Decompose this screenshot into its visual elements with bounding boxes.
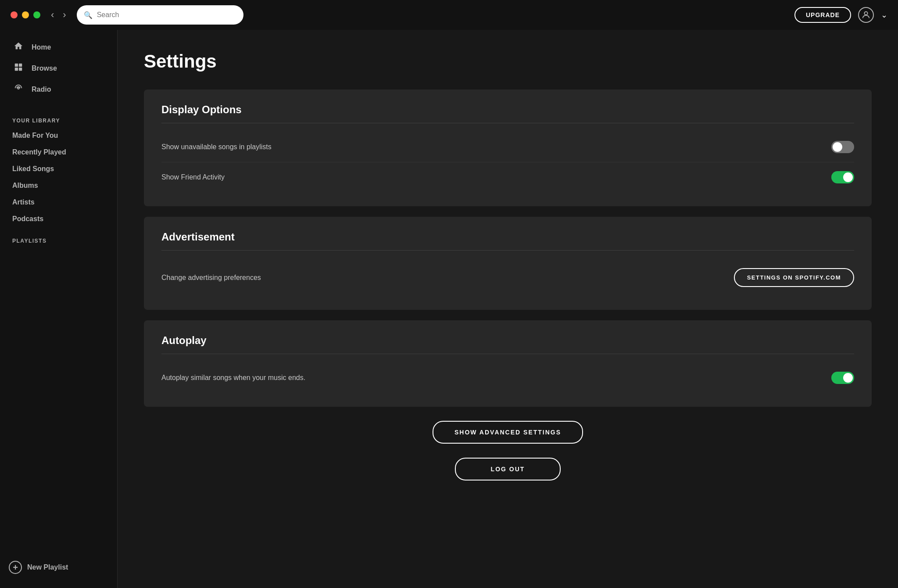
sidebar-item-albums[interactable]: Albums (0, 177, 117, 194)
show-unavailable-toggle[interactable] (831, 141, 854, 153)
new-playlist-label: New Playlist (27, 563, 68, 571)
sidebar-item-radio[interactable]: Radio (7, 79, 110, 100)
advertising-prefs-row: Change advertising preferences SETTINGS … (161, 259, 854, 296)
sidebar: Home Browse (0, 30, 118, 588)
logout-button[interactable]: LOG OUT (455, 458, 561, 480)
radio-icon (12, 83, 25, 96)
show-friend-activity-label: Show Friend Activity (161, 173, 225, 181)
forward-button[interactable]: › (61, 7, 68, 22)
browse-icon (12, 62, 25, 75)
dropdown-arrow-icon[interactable]: ⌄ (881, 10, 887, 20)
sidebar-item-made-for-you[interactable]: Made For You (0, 127, 117, 144)
sidebar-nav: Home Browse (0, 37, 117, 100)
advertisement-title: Advertisement (161, 231, 854, 251)
playlists-label: PLAYLISTS (0, 234, 117, 247)
search-bar: 🔍 (77, 5, 243, 25)
advertising-prefs-label: Change advertising preferences (161, 274, 261, 282)
back-button[interactable]: ‹ (49, 7, 56, 22)
minimize-button[interactable] (22, 11, 29, 18)
svg-rect-3 (15, 68, 18, 71)
titlebar: ‹ › 🔍 UPGRADE ⌄ (0, 0, 898, 30)
autoplay-title: Autoplay (161, 334, 854, 354)
show-friend-activity-toggle[interactable] (831, 171, 854, 183)
svg-rect-2 (19, 64, 22, 67)
svg-rect-1 (15, 64, 18, 67)
show-unavailable-label: Show unavailable songs in playlists (161, 143, 272, 151)
home-icon (12, 41, 25, 54)
show-unavailable-row: Show unavailable songs in playlists (161, 132, 854, 162)
traffic-lights (11, 11, 40, 18)
sidebar-item-podcasts[interactable]: Podcasts (0, 211, 117, 227)
sidebar-item-liked-songs[interactable]: Liked Songs (0, 161, 117, 177)
user-avatar[interactable] (858, 7, 874, 23)
toggle-thumb (833, 142, 842, 152)
autoplay-similar-toggle[interactable] (831, 372, 854, 384)
sidebar-item-recently-played[interactable]: Recently Played (0, 144, 117, 161)
advertisement-section: Advertisement Change advertising prefere… (144, 217, 872, 310)
search-icon: 🔍 (84, 11, 93, 19)
settings-on-spotify-button[interactable]: SETTINGS ON SPOTIFY.COM (734, 268, 854, 287)
sidebar-item-browse-label: Browse (32, 65, 57, 72)
svg-rect-4 (19, 68, 22, 71)
nav-arrows: ‹ › (49, 7, 68, 22)
sidebar-item-home-label: Home (32, 43, 51, 51)
close-button[interactable] (11, 11, 18, 18)
sidebar-item-artists[interactable]: Artists (0, 194, 117, 211)
sidebar-item-home[interactable]: Home (7, 37, 110, 58)
titlebar-right: UPGRADE ⌄ (794, 7, 887, 23)
show-advanced-settings-button[interactable]: SHOW ADVANCED SETTINGS (433, 421, 583, 444)
display-options-section: Display Options Show unavailable songs i… (144, 90, 872, 206)
autoplay-section: Autoplay Autoplay similar songs when you… (144, 320, 872, 407)
maximize-button[interactable] (33, 11, 40, 18)
toggle-thumb (843, 172, 853, 182)
content-area: Settings Display Options Show unavailabl… (118, 30, 898, 588)
your-library-label: YOUR LIBRARY (0, 114, 117, 127)
main-layout: Home Browse (0, 30, 898, 588)
display-options-title: Display Options (161, 104, 854, 123)
toggle-thumb (843, 373, 853, 383)
autoplay-similar-label: Autoplay similar songs when your music e… (161, 374, 305, 382)
sidebar-footer: + New Playlist (0, 554, 117, 581)
sidebar-item-browse[interactable]: Browse (7, 58, 110, 79)
show-friend-activity-row: Show Friend Activity (161, 162, 854, 192)
svg-point-0 (864, 12, 867, 15)
plus-icon: + (9, 561, 22, 574)
new-playlist-button[interactable]: + New Playlist (9, 561, 68, 574)
sidebar-item-radio-label: Radio (32, 86, 51, 93)
search-input[interactable] (97, 11, 236, 19)
autoplay-similar-row: Autoplay similar songs when your music e… (161, 363, 854, 393)
svg-point-5 (18, 87, 19, 89)
page-title: Settings (144, 51, 872, 72)
upgrade-button[interactable]: UPGRADE (794, 7, 851, 23)
